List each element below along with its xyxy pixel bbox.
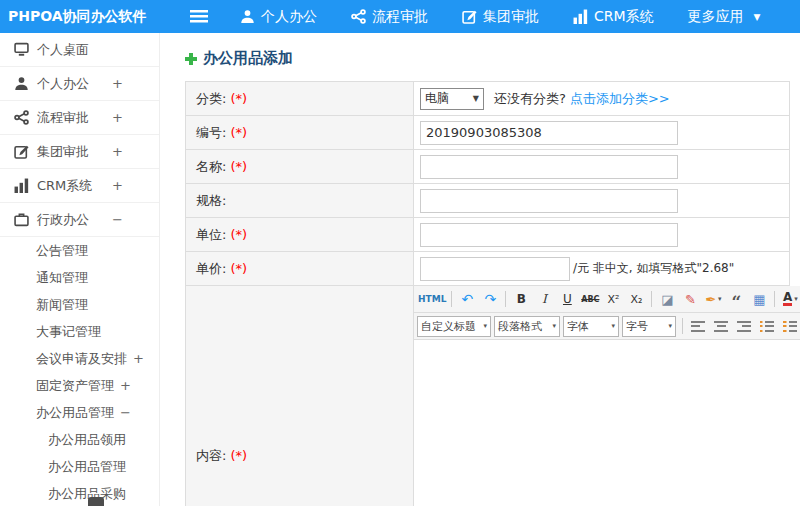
sidebar-item-notice-mgmt[interactable]: 通知管理 <box>0 264 159 291</box>
toolbar-divider <box>682 318 683 334</box>
align-right-icon <box>737 321 751 332</box>
desktop-icon <box>14 42 29 57</box>
nav-crm-system[interactable]: CRM系统 <box>573 8 654 26</box>
align-left-icon <box>691 321 705 332</box>
sidebar-item-news-mgmt[interactable]: 新闻管理 <box>0 291 159 318</box>
expand-toggle[interactable]: − <box>120 405 131 420</box>
remove-format-button[interactable]: ◪ <box>656 289 678 310</box>
format-brush-button[interactable]: ✎ <box>679 289 701 310</box>
nav-process-approval[interactable]: 流程审批 <box>351 8 428 26</box>
nav-item-label: 流程审批 <box>372 8 428 26</box>
undo-button[interactable]: ↶ <box>456 289 478 310</box>
nav-personal-office[interactable]: 个人办公 <box>240 8 317 26</box>
sidebar-item-label: 大事记管理 <box>36 323 101 341</box>
app-logo[interactable]: PHPOA协同办公软件 <box>0 8 162 26</box>
field-label-category: 分类: (*) <box>186 82 414 115</box>
sidebar-item-crm-system[interactable]: CRM系统 + <box>0 169 159 203</box>
strikethrough-button[interactable]: ABC <box>579 289 601 310</box>
expand-toggle[interactable]: − <box>112 212 151 227</box>
sidebar-item-label: 公告管理 <box>36 242 88 260</box>
blockquote-button[interactable]: “ <box>725 289 747 310</box>
sidebar-item-label: 会议申请及安排 <box>36 350 127 368</box>
sidebar-item-supplies-purchase[interactable]: 办公用品采购 <box>0 480 159 506</box>
sidebar-item-label: 新闻管理 <box>36 296 88 314</box>
add-plus-icon <box>185 53 197 65</box>
sidebar-item-personal-office[interactable]: 个人办公 + <box>0 67 159 101</box>
spec-input[interactable] <box>420 189 678 213</box>
scrollbar-thumb[interactable] <box>88 497 104 506</box>
form-row-code: 编号: (*) <box>186 116 789 150</box>
heading-style-select[interactable]: 自定义标题 ▾ <box>417 316 491 337</box>
align-center-icon <box>714 321 728 332</box>
align-center-button[interactable] <box>710 316 732 337</box>
ordered-list-button[interactable] <box>779 316 800 337</box>
sidebar-item-label: 办公用品领用 <box>48 431 126 449</box>
field-label-name: 名称: (*) <box>186 150 414 183</box>
category-select[interactable]: 电脑 ▼ <box>420 88 484 110</box>
unit-input[interactable] <box>420 223 678 247</box>
supplies-add-form: 分类: (*) 电脑 ▼ 还没有分类? 点击添加分类>> 编号: (*) <box>185 81 790 506</box>
form-row-content: 内容: (*) HTML ↶ ↷ B I U ABC X² <box>186 286 789 506</box>
bold-button[interactable]: B <box>510 289 532 310</box>
edit-icon <box>462 9 477 24</box>
sidebar-item-label: 流程审批 <box>37 109 89 127</box>
expand-toggle[interactable]: + <box>112 76 151 91</box>
sidebar-item-group-approval[interactable]: 集团审批 + <box>0 135 159 169</box>
nav-more-apps[interactable]: 更多应用 ▼ <box>688 8 761 26</box>
redo-button[interactable]: ↷ <box>479 289 501 310</box>
nav-group-approval[interactable]: 集团审批 <box>462 8 539 26</box>
label-text: 单位: <box>196 226 226 244</box>
sidebar-item-announcement-mgmt[interactable]: 公告管理 <box>0 237 159 264</box>
expand-toggle[interactable]: + <box>120 378 131 393</box>
sidebar-item-meeting-request[interactable]: 会议申请及安排 + <box>0 345 159 372</box>
paragraph-format-select[interactable]: 段落格式 ▾ <box>494 316 560 337</box>
sidebar-item-personal-desktop[interactable]: 个人桌面 <box>0 33 159 67</box>
top-navbar: PHPOA协同办公软件 个人办公 流程审批 集团审批 CRM系统 更多应用 ▼ <box>0 0 800 33</box>
name-input[interactable] <box>420 155 678 179</box>
sidebar-item-events-mgmt[interactable]: 大事记管理 <box>0 318 159 345</box>
briefcase-icon <box>14 212 29 227</box>
underline-button[interactable]: U <box>556 289 578 310</box>
superscript-button[interactable]: X² <box>602 289 624 310</box>
code-input[interactable] <box>420 121 678 145</box>
price-input[interactable] <box>420 257 570 281</box>
sidebar-item-label: 办公用品采购 <box>48 485 126 503</box>
sidebar-item-fixed-assets-mgmt[interactable]: 固定资产管理 + <box>0 372 159 399</box>
pen-icon: ✒ <box>705 292 716 307</box>
field-value-name <box>414 150 789 183</box>
font-size-select[interactable]: 字号 ▾ <box>622 316 676 337</box>
unordered-list-icon <box>760 321 774 332</box>
expand-toggle[interactable]: + <box>112 178 151 193</box>
expand-toggle[interactable]: + <box>112 110 151 125</box>
label-text: 编号: <box>196 124 226 142</box>
required-mark: (*) <box>230 159 247 174</box>
unordered-list-button[interactable] <box>756 316 778 337</box>
expand-toggle[interactable]: + <box>133 351 144 366</box>
insert-pen-button[interactable]: ✒ ▾ <box>702 289 724 310</box>
sidebar-item-label: 固定资产管理 <box>36 377 114 395</box>
field-value-category: 电脑 ▼ 还没有分类? 点击添加分类>> <box>414 82 789 115</box>
subscript-button[interactable]: X₂ <box>625 289 647 310</box>
align-right-button[interactable] <box>733 316 755 337</box>
sidebar-item-supplies-collect[interactable]: 办公用品领用 <box>0 426 159 453</box>
sidebar-item-supplies-manage[interactable]: 办公用品管理 <box>0 453 159 480</box>
source-code-button[interactable]: HTML <box>417 289 447 310</box>
align-left-button[interactable] <box>687 316 709 337</box>
expand-toggle[interactable]: + <box>112 144 151 159</box>
sidebar-item-label: 个人桌面 <box>37 41 89 59</box>
menu-toggle-icon[interactable] <box>190 10 208 23</box>
select-label: 段落格式 <box>498 319 542 334</box>
nav-item-label: 更多应用 <box>688 8 744 26</box>
main-content: 办公用品添加 分类: (*) 电脑 ▼ 还没有分类? 点击添加分类>> <box>160 33 800 506</box>
caret-down-icon: ▼ <box>754 12 761 22</box>
label-text: 分类: <box>196 90 226 108</box>
add-category-link[interactable]: 点击添加分类>> <box>570 90 670 108</box>
insert-image-button[interactable]: ▦ <box>748 289 770 310</box>
sidebar-item-admin-office[interactable]: 行政办公 − <box>0 203 159 237</box>
italic-button[interactable]: I <box>533 289 555 310</box>
font-color-button[interactable]: A ▾ <box>779 289 800 310</box>
font-family-select[interactable]: 字体 ▾ <box>563 316 619 337</box>
sidebar-item-process-approval[interactable]: 流程审批 + <box>0 101 159 135</box>
editor-content-area[interactable] <box>414 340 800 506</box>
sidebar-item-office-supplies-mgmt[interactable]: 办公用品管理 − <box>0 399 159 426</box>
